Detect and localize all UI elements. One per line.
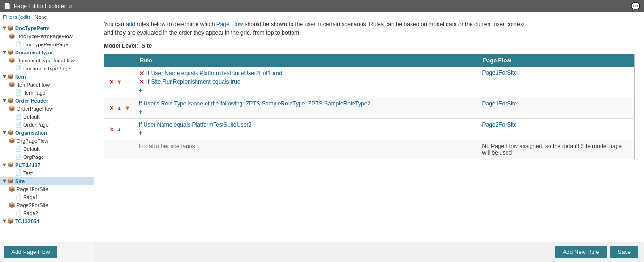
sidebar-item-orderHeader[interactable]: ▼📦Order Header xyxy=(0,96,94,105)
sidebar-item-label: DocTypePerm xyxy=(15,26,50,31)
rule-header: Rule xyxy=(135,54,479,67)
sidebar-item-label: Order Header xyxy=(15,98,48,104)
sidebar-item-label: DocumentType xyxy=(15,50,52,55)
rule-cell: ✕If User Name equals PlatformTestSuiteUs… xyxy=(135,67,479,97)
page-flow-cell: Page1ForSite xyxy=(479,97,635,119)
page-flow-link[interactable]: Page2ForSite xyxy=(482,122,517,128)
delete-row-button[interactable]: ✕ xyxy=(108,78,115,86)
model-level: Model Level: Site xyxy=(104,43,635,49)
sidebar-item-label: DocTypePermPageFlow xyxy=(17,34,73,39)
sidebar-item-label: Test xyxy=(23,170,33,176)
sidebar-item-organisation[interactable]: ▼📦Organisation xyxy=(0,129,94,137)
sidebar-item-label: Item xyxy=(15,74,26,79)
move-down-button[interactable]: ▼ xyxy=(115,78,123,86)
group-icon: ▼📦 xyxy=(2,178,14,184)
table-row: ✕▲If User Name equals PlatformTestSuiteU… xyxy=(104,119,635,140)
sidebar-tree[interactable]: ▼📦DocTypePerm📦DocTypePermPageFlow📄DocTyp… xyxy=(0,22,94,242)
controls-header xyxy=(104,54,135,67)
rule-cell: For all other scenarios xyxy=(135,140,479,159)
add-condition-button[interactable]: + xyxy=(139,108,475,115)
sidebar-item-label: DocumentTypePageFlow xyxy=(17,58,75,63)
condition-text[interactable]: If User's Role Type is one of the follow… xyxy=(139,100,370,107)
sidebar-item-itemPage[interactable]: 📄ItemPage xyxy=(0,88,94,96)
sidebar-item-documentTypePage[interactable]: 📄DocumentTypePage xyxy=(0,64,94,72)
rule-cell: If User's Role Type is one of the follow… xyxy=(135,97,479,119)
sidebar-item-page2ForSite[interactable]: 📦Page2ForSite xyxy=(0,201,94,209)
group-icon: ▼📦 xyxy=(2,97,14,104)
save-button[interactable]: Save xyxy=(610,246,638,258)
sidebar-item-orgPage[interactable]: 📄OrgPage xyxy=(0,153,94,161)
sidebar-item-orderPage[interactable]: 📄OrderPage xyxy=(0,121,94,129)
condition-line: For all other scenarios xyxy=(139,143,475,149)
model-level-value: Site xyxy=(141,43,152,49)
description-text: You can add rules below to determine whi… xyxy=(104,20,529,37)
pageflow-header: Page Flow xyxy=(479,54,635,67)
move-down-button[interactable]: ▼ xyxy=(123,104,131,112)
sidebar-item-docTypePermPageFlow[interactable]: 📦DocTypePermPageFlow xyxy=(0,32,94,40)
sidebar-item-label: Page2ForSite xyxy=(17,202,48,208)
condition-text[interactable]: If User Name equals PlatformTestSuiteUse… xyxy=(139,122,252,128)
filter-value: None xyxy=(34,14,47,20)
sidebar-item-label: Site xyxy=(15,178,25,184)
sidebar-item-docTypePermPage[interactable]: 📄DocTypePermPage xyxy=(0,40,94,48)
sidebar-item-docTypePerm[interactable]: ▼📦DocTypePerm xyxy=(0,24,94,32)
sidebar-item-page1ForSite[interactable]: 📦Page1ForSite xyxy=(0,185,94,193)
group-icon: ▼📦 xyxy=(2,25,14,31)
pageflow-icon: 📦 xyxy=(9,105,15,112)
sidebar-item-pltTest[interactable]: 📄Test xyxy=(0,169,94,177)
move-up-button[interactable]: ▲ xyxy=(115,104,123,112)
group-icon: ▼📦 xyxy=(2,73,14,79)
sidebar-item-label: Page2 xyxy=(23,210,38,216)
sidebar-item-orgPageFlow[interactable]: 📦OrgPageFlow xyxy=(0,137,94,145)
sidebar-item-page2[interactable]: 📄Page2 xyxy=(0,209,94,217)
sidebar-item-orderPageFlow[interactable]: 📦OrderPageFlow xyxy=(0,105,94,113)
doc-icon: 📄 xyxy=(15,65,22,71)
page-flow-cell: Page1ForSite xyxy=(479,67,635,97)
remove-condition-icon[interactable]: ✕ xyxy=(139,78,145,86)
sidebar-item-label: OrgPage xyxy=(23,154,44,160)
close-button[interactable]: × xyxy=(69,2,73,10)
doc-icon: 📄 xyxy=(15,170,22,176)
title-bar-icon: 📄 xyxy=(4,3,11,9)
sidebar: Filters (edit): None ▼📦DocTypePerm📦DocTy… xyxy=(0,12,94,262)
sidebar-item-label: ItemPageFlow xyxy=(17,82,50,87)
doc-icon: 📄 xyxy=(15,210,22,216)
sidebar-item-plt14137[interactable]: ▼📦PLT-14137 xyxy=(0,161,94,169)
sidebar-item-item[interactable]: ▼📦Item xyxy=(0,72,94,80)
group-icon: ▼📦 xyxy=(2,130,14,136)
sidebar-item-documentType[interactable]: ▼📦DocumentType xyxy=(0,48,94,56)
remove-condition-icon[interactable]: ✕ xyxy=(139,70,145,77)
delete-row-button[interactable]: ✕ xyxy=(108,104,115,112)
pageflow-icon: 📦 xyxy=(9,186,15,192)
content-footer: Add New Rule Save xyxy=(94,242,644,262)
pageflow-icon: 📦 xyxy=(9,33,15,39)
sidebar-item-itemPageFlow[interactable]: 📦ItemPageFlow xyxy=(0,80,94,88)
move-up-button[interactable]: ▲ xyxy=(115,125,123,133)
delete-row-button[interactable]: ✕ xyxy=(108,125,115,133)
group-icon: ▼📦 xyxy=(2,162,14,168)
content-body: You can add rules below to determine whi… xyxy=(94,12,644,242)
sidebar-item-page1[interactable]: 📄Page1 xyxy=(0,193,94,201)
condition-text[interactable]: If Site.RunReplenishment equals true xyxy=(146,79,240,85)
sidebar-item-label: OrgPageFlow xyxy=(17,138,48,144)
add-new-rule-button[interactable]: Add New Rule xyxy=(555,246,607,258)
condition-text[interactable]: If User Name equals PlatformTestSuiteUse… xyxy=(146,70,283,77)
filters-edit-link[interactable]: Filters (edit): xyxy=(3,14,32,20)
sidebar-item-orgDefault[interactable]: 📄Default xyxy=(0,145,94,153)
page-flow-link[interactable]: Page1ForSite xyxy=(482,100,517,107)
chat-icon[interactable]: 💬 xyxy=(631,2,640,11)
doc-icon: 📄 xyxy=(15,41,22,47)
condition-line: If User Name equals PlatformTestSuiteUse… xyxy=(139,122,475,128)
group-icon: ▼📦 xyxy=(2,49,14,55)
add-condition-button[interactable]: + xyxy=(139,129,475,137)
sidebar-item-documentTypePageFlow[interactable]: 📦DocumentTypePageFlow xyxy=(0,56,94,64)
add-page-flow-button[interactable]: Add Page Flow xyxy=(4,246,57,258)
sidebar-item-site[interactable]: ▼📦Site xyxy=(0,177,94,185)
add-condition-button[interactable]: + xyxy=(139,87,475,94)
sidebar-item-orderDefault[interactable]: 📄Default xyxy=(0,113,94,121)
page-flow-link[interactable]: Page1ForSite xyxy=(482,70,517,76)
table-row: ✕▼✕If User Name equals PlatformTestSuite… xyxy=(104,67,635,97)
sidebar-item-label: DocTypePermPage xyxy=(23,42,68,47)
sidebar-item-tc132054[interactable]: ▼📦TC132054 xyxy=(0,217,94,225)
sidebar-footer: Add Page Flow xyxy=(0,242,94,262)
